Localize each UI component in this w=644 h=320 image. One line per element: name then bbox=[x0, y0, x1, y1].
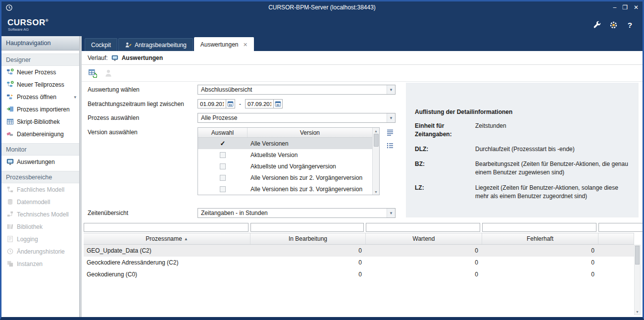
sidebar-item-datenmodell: Datenmodell bbox=[1, 196, 79, 208]
sidebar-item-auswertungen[interactable]: Auswertungen bbox=[1, 156, 79, 168]
calendar-to-button[interactable]: 31 bbox=[274, 99, 283, 108]
sidebar-item-label: Skript-Bibliothek bbox=[17, 118, 60, 125]
scroll-up-icon[interactable]: ▲ bbox=[374, 128, 378, 134]
library-icon bbox=[6, 223, 14, 230]
info-definition: Liegezeit (Zeiten für Benutzer-Aktionen,… bbox=[475, 184, 629, 201]
column-header-prozessname[interactable]: Prozessname▲ bbox=[84, 233, 250, 244]
column-header-empty bbox=[598, 233, 634, 244]
reports-icon bbox=[111, 54, 118, 61]
deploy-icon[interactable] bbox=[609, 20, 618, 30]
help-icon[interactable]: ? bbox=[625, 20, 635, 30]
details-icon[interactable] bbox=[386, 128, 394, 136]
close-icon[interactable]: × bbox=[243, 41, 247, 48]
checkbox-icon[interactable] bbox=[220, 186, 226, 192]
sidebar-item-instanzen: Instanzen bbox=[1, 258, 79, 270]
filter-input-3[interactable] bbox=[482, 223, 596, 232]
zeiten-row: Zeitenübersicht Zeitangaben - in Stunden… bbox=[88, 208, 408, 218]
sidebar-section-designer: Designer bbox=[1, 53, 79, 66]
checkbox-icon[interactable] bbox=[220, 152, 226, 158]
row-value-cell: 0 bbox=[482, 247, 598, 254]
sidebar-item-prozess-importieren[interactable]: Prozess importieren bbox=[1, 103, 79, 115]
sidebar-item-label: Neuer Prozess bbox=[17, 69, 56, 76]
sidebar-item-skript-bibliothek[interactable]: Skript-Bibliothek bbox=[1, 115, 79, 128]
person-button bbox=[102, 67, 114, 79]
filter-input-1[interactable] bbox=[250, 223, 364, 232]
sidebar-title: Hauptnavigation bbox=[1, 36, 79, 51]
row-value-cell: 0 bbox=[366, 271, 482, 278]
version-row[interactable]: ✓Alle Versionen bbox=[198, 138, 372, 149]
checkbox-icon[interactable] bbox=[220, 163, 226, 169]
version-option-label: Alle Versionen bis zur 3. Vorgängerversi… bbox=[248, 186, 372, 193]
sidebar-item-neuer-teilprozess[interactable]: Neuer Teilprozess bbox=[1, 78, 79, 91]
techmodel-icon bbox=[6, 211, 14, 218]
table-row[interactable]: Geockodiere Adressänderung (C2)000 bbox=[84, 257, 634, 268]
brand-logo: CURSOR® Software AG bbox=[7, 18, 49, 32]
sidebar-item-prozess-offnen[interactable]: Prozess öffnen▾ bbox=[1, 91, 79, 103]
history-item[interactable]: Auswertungen bbox=[122, 54, 163, 61]
scroll-down-icon[interactable]: ▼ bbox=[374, 189, 378, 195]
version-option-label: Alle Versionen bbox=[248, 140, 372, 147]
column-header-version: Version bbox=[248, 128, 372, 137]
brand-name: CURSOR bbox=[7, 18, 46, 27]
chevron-down-icon[interactable]: ▾ bbox=[74, 95, 76, 100]
column-header-fehlerhaft[interactable]: Fehlerhaft bbox=[482, 233, 598, 244]
tab-bar: CockpitAntragsbearbeitungAuswertungen× bbox=[82, 36, 643, 51]
filter-input-0[interactable] bbox=[84, 223, 248, 232]
person-gray-icon bbox=[104, 69, 113, 78]
date-to-input[interactable] bbox=[245, 99, 274, 108]
prozess-row: Prozess auswählen Alle Prozesse ▾ bbox=[88, 113, 408, 123]
sidebar-item-label: Datenbereinigung bbox=[17, 131, 64, 138]
close-button[interactable]: ✕ bbox=[634, 4, 639, 10]
process-import-icon bbox=[6, 106, 14, 113]
sidebar-item-label: Logging bbox=[17, 236, 38, 243]
list-icon[interactable] bbox=[386, 142, 394, 150]
maximize-button[interactable]: ❐ bbox=[622, 4, 628, 10]
refresh-report-button[interactable] bbox=[87, 67, 99, 79]
checkbox-icon[interactable] bbox=[220, 175, 226, 181]
auswertung-select[interactable]: Abschlussübersicht ▾ bbox=[198, 85, 396, 95]
column-header-wartend[interactable]: Wartend bbox=[366, 233, 482, 244]
app-window: CURSOR-BPM-Server (localhost:38443) – ❐ … bbox=[0, 0, 644, 320]
antrag-icon bbox=[125, 42, 132, 49]
window-title: CURSOR-BPM-Server (localhost:38443) bbox=[1, 4, 643, 11]
scroll-down-icon[interactable]: ▼ bbox=[636, 309, 639, 315]
minimize-button[interactable]: – bbox=[613, 4, 616, 10]
version-scrollbar[interactable]: ▲ ▼ bbox=[372, 128, 379, 195]
date-from-input[interactable] bbox=[198, 99, 226, 108]
sidebar-item-label: Datenmodell bbox=[17, 199, 50, 206]
brand-subtitle: Software AG bbox=[7, 28, 49, 32]
table-row[interactable]: GEO_Update_Data (C2)000 bbox=[84, 245, 634, 257]
tab-antragsbearbeitung[interactable]: Antragsbearbeitung bbox=[118, 38, 193, 51]
info-definition: Zeitstunden bbox=[475, 122, 629, 139]
sidebar-item-neuer-prozess[interactable]: Neuer Prozess bbox=[1, 66, 79, 78]
calendar-from-button[interactable]: 31 bbox=[226, 99, 235, 108]
wrench-icon[interactable] bbox=[593, 20, 602, 30]
zeitraum-row: Betrachtungszeitraum liegt zwischen 31 -… bbox=[88, 99, 408, 108]
script-library-icon bbox=[6, 118, 14, 125]
sidebar-item-datenbereinigung[interactable]: Datenbereinigung bbox=[1, 128, 79, 140]
version-row[interactable]: Aktuellste und Vorgängerversion bbox=[198, 160, 372, 172]
version-row[interactable]: Alle Versionen bis zur 3. Vorgängerversi… bbox=[198, 183, 372, 195]
prozess-select[interactable]: Alle Prozesse ▾ bbox=[198, 113, 396, 123]
sidebar-item-anderungshistorie: Änderungshistorie bbox=[1, 245, 79, 258]
vertical-scrollbar[interactable]: ▼ bbox=[634, 245, 641, 315]
version-row[interactable]: Alle Versionen bis zur 2. Vorgängerversi… bbox=[198, 172, 372, 183]
results-header: Prozessname▲In BearbeitungWartendFehlerh… bbox=[84, 233, 634, 245]
filter-input-4[interactable] bbox=[598, 223, 644, 232]
version-row[interactable]: Aktuellste Version bbox=[198, 149, 372, 160]
tab-auswertungen[interactable]: Auswertungen× bbox=[194, 37, 254, 51]
sidebar: Hauptnavigation DesignerNeuer ProzessNeu… bbox=[1, 36, 80, 317]
zeiten-select[interactable]: Zeitangaben - in Stunden ▾ bbox=[198, 208, 396, 218]
instances-icon bbox=[6, 260, 14, 267]
filter-input-2[interactable] bbox=[366, 223, 480, 232]
column-header-in-bearbeitung[interactable]: In Bearbeitung bbox=[250, 233, 366, 244]
scrollbar-thumb[interactable] bbox=[635, 246, 640, 265]
table-row[interactable]: Geokodierung (C0)000 bbox=[84, 268, 634, 280]
sidebar-item-technisches-modell: Technisches Modell bbox=[1, 208, 79, 220]
sidebar-item-label: Technisches Modell bbox=[17, 211, 69, 218]
toolbar bbox=[82, 65, 643, 82]
title-bar: CURSOR-BPM-Server (localhost:38443) – ❐ … bbox=[1, 1, 643, 13]
column-header-auswahl: Auswahl bbox=[198, 128, 248, 137]
scrollbar-thumb[interactable] bbox=[374, 134, 379, 147]
tab-cockpit[interactable]: Cockpit bbox=[85, 38, 117, 51]
